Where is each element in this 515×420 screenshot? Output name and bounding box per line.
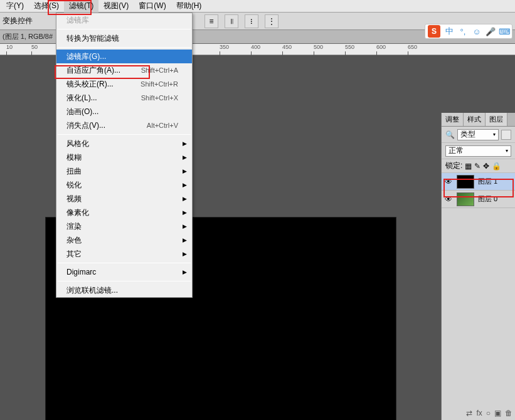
menu-item[interactable]: 渲染▶ [56,219,192,233]
new-layer-icon[interactable]: ▣ [494,409,501,417]
ruler-tick: 350 [220,44,229,50]
layer-name[interactable]: 图层 1 [478,177,497,186]
menu-item-label: 像素化 [66,207,178,218]
align-icon-3[interactable]: ⫶ [245,14,258,28]
menu-separator [58,134,191,135]
layer-thumbnail[interactable] [457,192,474,206]
menu-item[interactable]: 扭曲▶ [56,164,192,178]
link-icon[interactable]: ⇄ [466,409,472,417]
document-tab[interactable]: (图层 1, RGB/8# [3,32,53,41]
menu-item-label: 风格化 [66,139,178,149]
blend-row: 正常 ▾ [442,143,515,159]
layer-filter-row: 🔍 类型 ▾ [442,127,515,143]
menu-item[interactable]: 其它▶ [56,247,192,261]
menu-item-label: 杂色 [66,235,178,246]
menu-separator [58,263,191,263]
menu-item-label: 滤镜库(G)... [66,51,178,62]
tab-styles[interactable]: 样式 [464,113,486,126]
visibility-icon[interactable]: 👁 [444,177,453,186]
menu-item-label: 镜头校正(R)... [66,79,141,90]
lock-brush-icon[interactable]: ✎ [474,162,480,171]
chevron-down-icon: ▾ [506,148,508,154]
menu-item-label: 渲染 [66,221,178,232]
menu-window[interactable]: 窗口(W) [134,0,171,13]
layer-thumbnail[interactable] [457,175,474,189]
menu-item[interactable]: 风格化▶ [56,137,192,150]
menu-item[interactable]: 锐化▶ [56,178,192,192]
menu-item[interactable]: 油画(O)... [56,105,192,118]
menu-view[interactable]: 视图(V) [98,0,134,13]
panel-footer: ⇄ fx ○ ▣ 🗑 [466,407,512,419]
panel-dock: 调整 样式 图层 🔍 类型 ▾ 正常 ▾ 锁定: ▦ ✎ ✥ 🔒 👁 图层 1 … [441,113,515,420]
chevron-right-icon: ▶ [183,209,187,216]
select-value: 正常 [449,145,464,156]
lock-all-icon[interactable]: 🔒 [492,162,501,171]
chevron-right-icon: ▶ [183,168,187,174]
ruler-tick: 400 [251,44,260,50]
ime-emoji-icon[interactable]: ☺ [472,26,482,36]
ruler-tick: 550 [345,44,354,50]
menu-item[interactable]: 模糊▶ [56,150,192,164]
ruler-tick: 600 [376,44,386,50]
chevron-right-icon: ▶ [183,269,187,275]
mask-icon[interactable]: ○ [486,409,491,417]
menu-item[interactable]: 浏览联机滤镜... [56,283,192,297]
layer-filter-select[interactable]: 类型 ▾ [457,129,499,140]
menu-item-label: 扭曲 [66,166,178,177]
ime-keyboard-icon[interactable]: ⌨ [499,26,509,36]
menu-item-label: 油画(O)... [66,107,178,117]
menu-item[interactable]: 镜头校正(R)...Shift+Ctrl+R [56,77,192,91]
menu-help[interactable]: 帮助(H) [171,0,207,13]
layer-row[interactable]: 👁 图层 1 [442,173,515,191]
menu-item[interactable]: 液化(L)...Shift+Ctrl+X [56,91,192,105]
menu-item-label: 视频 [66,194,178,204]
menu-font[interactable]: 字(Y) [1,0,29,13]
blend-mode-select[interactable]: 正常 ▾ [445,145,511,157]
align-icon-2[interactable]: ⫴ [225,14,238,28]
toolbar-label: 变换控件 [3,16,33,26]
lock-row: 锁定: ▦ ✎ ✥ 🔒 [442,159,515,173]
ime-mic-icon[interactable]: 🎤 [486,26,496,36]
sogou-logo-icon[interactable]: S [428,25,440,38]
menu-item[interactable]: 视频▶ [56,192,192,206]
lock-pixels-icon[interactable]: ▦ [465,162,472,171]
ruler-tick: 500 [314,44,323,50]
fx-icon[interactable]: fx [476,409,482,417]
menu-item-label: 锐化 [66,180,178,191]
trash-icon[interactable]: 🗑 [505,409,512,417]
filter-icon[interactable] [501,130,511,140]
visibility-icon[interactable]: 👁 [444,195,453,204]
layer-name[interactable]: 图层 0 [478,194,497,204]
menu-item[interactable]: 消失点(V)...Alt+Ctrl+V [56,118,192,132]
menu-item[interactable]: 像素化▶ [56,206,192,219]
layer-row[interactable]: 👁 图层 0 [442,191,515,208]
ime-toolbar[interactable]: S 中 °, ☺ 🎤 ⌨ [425,24,512,39]
menu-item[interactable]: 自适应广角(A)...Shift+Ctrl+A [56,63,192,77]
panel-tabs: 调整 样式 图层 [442,113,515,127]
select-value: 类型 [460,129,475,140]
align-icon[interactable]: ≡ [204,14,218,28]
menu-item-label: 模糊 [66,152,178,163]
chevron-right-icon: ▶ [183,182,187,188]
menu-item[interactable]: 滤镜库(G)... [56,50,192,63]
chevron-right-icon: ▶ [183,237,187,243]
menu-item[interactable]: 杂色▶ [56,233,192,247]
tab-layers[interactable]: 图层 [486,113,507,126]
tab-adjustments[interactable]: 调整 [442,113,464,126]
align-icon-4[interactable]: ⋮ [265,14,279,28]
ime-lang-icon[interactable]: 中 [444,26,454,36]
menu-shortcut: Shift+Ctrl+A [141,66,178,74]
ime-punct-icon[interactable]: °, [458,26,468,36]
menu-separator [58,29,191,29]
menu-item-label: 自适应广角(A)... [66,65,141,76]
menu-select[interactable]: 选择(S) [29,0,64,13]
chevron-right-icon: ▶ [183,223,187,229]
ruler-tick: 650 [408,44,417,50]
lock-move-icon[interactable]: ✥ [483,162,489,171]
menu-item[interactable]: Digimarc▶ [56,265,192,279]
menu-item[interactable]: 转换为智能滤镜 [56,31,192,45]
lock-label: 锁定: [445,160,462,171]
menu-filter[interactable]: 滤镜(T) [64,0,98,13]
menu-item-label: 液化(L)... [66,93,141,103]
menu-item: 滤镜库 [56,13,192,27]
